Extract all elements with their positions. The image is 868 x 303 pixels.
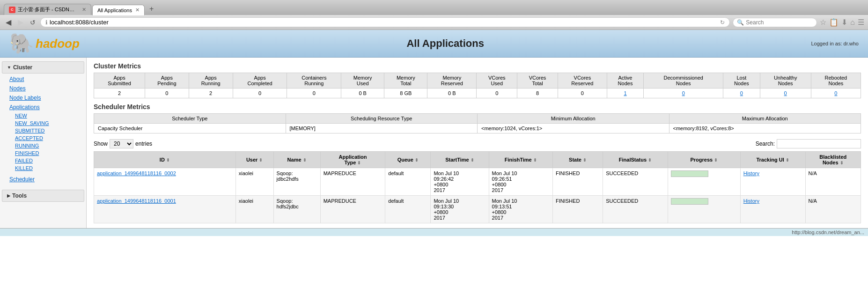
col-vcores-reserved: VCoresReserved	[558, 73, 607, 89]
sidebar-sub-running[interactable]: RUNNING	[0, 142, 86, 149]
cell-finish-time-2: Mon Jul 1009:13:51+08002017	[489, 196, 552, 223]
download-icon[interactable]: ⬇	[841, 18, 847, 27]
sidebar-sub-accepted[interactable]: ACCEPTED	[0, 134, 86, 142]
col-id[interactable]: ID ⇕	[94, 152, 236, 168]
col-finish-time[interactable]: FinishTime ⇕	[489, 152, 552, 168]
col-state[interactable]: State ⇕	[553, 152, 603, 168]
sidebar-item-applications[interactable]: Applications	[0, 103, 86, 112]
col-progress[interactable]: Progress ⇕	[668, 152, 740, 168]
sidebar-sub-new-saving[interactable]: NEW_SAVING	[0, 119, 86, 127]
new-tab-button[interactable]: +	[146, 3, 157, 15]
cluster-metrics-table: AppsSubmitted AppsPending AppsRunning Ap…	[94, 73, 861, 98]
cell-progress-2	[668, 196, 740, 223]
cell-app-type-2: MAPREDUCE	[320, 196, 385, 223]
forward-button[interactable]: ▶	[16, 17, 25, 28]
content-area: Cluster Metrics AppsSubmitted AppsPendin…	[87, 58, 868, 228]
close-icon-2[interactable]: ✕	[135, 7, 140, 13]
val-unhealthy-nodes[interactable]: 0	[760, 89, 811, 98]
cell-finish-time-1: Mon Jul 1009:26:51+08002017	[489, 168, 552, 196]
sort-icon: ⇕	[357, 161, 361, 165]
tools-label: Tools	[12, 192, 27, 199]
tab-favicon-csdn: C	[9, 7, 15, 13]
col-lost-nodes: LostNodes	[723, 73, 760, 89]
sidebar-section-tools: ▶ Tools	[0, 190, 86, 202]
url-input[interactable]	[50, 19, 718, 26]
close-icon[interactable]: ✕	[82, 7, 86, 13]
col-vcores-used: VCoresUsed	[477, 73, 517, 89]
apps-search-input[interactable]	[777, 139, 861, 148]
tools-section-header[interactable]: ▶ Tools	[2, 190, 84, 202]
cell-state-2: FINISHED	[553, 196, 603, 223]
sidebar-sub-failed[interactable]: FAILED	[0, 157, 86, 164]
val-active-nodes[interactable]: 1	[607, 89, 643, 98]
val-rebooted-nodes[interactable]: 0	[811, 89, 861, 98]
search-box[interactable]: 🔍	[733, 18, 817, 27]
tab-allapps[interactable]: All Applications ✕	[92, 5, 145, 15]
col-apps-pending: AppsPending	[145, 73, 189, 89]
val-apps-completed: 0	[233, 89, 287, 98]
apps-table: ID ⇕ User ⇕ Name ⇕ ApplicationType ⇕ Que…	[94, 151, 861, 223]
col-blacklisted[interactable]: BlacklistedNodes ⇕	[805, 152, 861, 168]
sidebar-sub-new[interactable]: NEW	[0, 112, 86, 119]
progress-bar	[671, 170, 708, 177]
val-lost-nodes[interactable]: 0	[723, 89, 760, 98]
cell-final-status-2: SUCCEEDED	[603, 196, 668, 223]
col-tracking-ui[interactable]: Tracking UI ⇕	[740, 152, 805, 168]
tab-csdn[interactable]: C 王小雷·多面手 - CSDN博... ✕	[4, 4, 91, 15]
col-app-type[interactable]: ApplicationType ⇕	[320, 152, 385, 168]
sidebar-sub-killed[interactable]: KILLED	[0, 164, 86, 172]
entries-select[interactable]: 20 50 100	[110, 139, 133, 148]
sort-icon: ⇕	[714, 158, 718, 163]
cluster-section-header[interactable]: ▼ Cluster	[2, 61, 84, 74]
sidebar-item-about[interactable]: About	[0, 74, 86, 84]
sidebar-item-scheduler[interactable]: Scheduler	[0, 175, 86, 184]
col-active-nodes: ActiveNodes	[607, 73, 643, 89]
home-icon[interactable]: ⌂	[850, 18, 855, 27]
sidebar-sub-finished[interactable]: FINISHED	[0, 149, 86, 157]
search-area: Search:	[756, 139, 861, 148]
address-bar[interactable]: ℹ ↻	[40, 17, 730, 27]
star-icon[interactable]: ☆	[820, 18, 826, 27]
cell-tracking-ui-1[interactable]: History	[740, 168, 805, 196]
cell-id-2[interactable]: application_1499648118116_0001	[94, 196, 236, 223]
bookmark-icon[interactable]: 📋	[829, 18, 839, 27]
cell-queue-2: default	[385, 196, 431, 223]
val-memory-total: 8 GB	[384, 89, 427, 98]
col-memory-used: MemoryUsed	[341, 73, 384, 89]
sort-icon: ⇕	[583, 158, 587, 163]
lock-icon: ℹ	[45, 19, 48, 26]
val-containers-running: 0	[287, 89, 341, 98]
cell-app-type-1: MAPREDUCE	[320, 168, 385, 196]
back-button[interactable]: ◀	[4, 17, 13, 28]
sched-col-resource-type: Scheduling Resource Type	[286, 114, 478, 124]
hadoop-logo-text: hadoop	[36, 37, 80, 51]
col-user[interactable]: User ⇕	[235, 152, 273, 168]
col-start-time[interactable]: StartTime ⇕	[431, 152, 489, 168]
cell-tracking-ui-2[interactable]: History	[740, 196, 805, 223]
cell-start-time-1: Mon Jul 1009:26:42+08002017	[431, 168, 489, 196]
search-label: Search:	[756, 140, 775, 147]
col-name[interactable]: Name ⇕	[273, 152, 320, 168]
elephant-icon: 🐘	[9, 34, 34, 53]
sidebar-item-node-labels[interactable]: Node Labels	[0, 93, 86, 103]
search-input[interactable]	[746, 19, 816, 26]
sort-icon: ⇕	[166, 158, 170, 163]
progress-fill	[671, 171, 708, 177]
cell-id-1[interactable]: application_1499648118116_0002	[94, 168, 236, 196]
reload-icon[interactable]: ↻	[720, 19, 725, 26]
cell-name-2: Sqoop:hdfs2jdbc	[273, 196, 320, 223]
refresh-button[interactable]: ↺	[28, 18, 37, 27]
sched-val-type: Capacity Scheduler	[94, 124, 286, 133]
sort-icon: ⇕	[259, 158, 263, 163]
menu-icon[interactable]: ☰	[858, 18, 864, 27]
sched-col-min-alloc: Minimum Allocation	[478, 114, 669, 124]
col-final-status[interactable]: FinalStatus ⇕	[603, 152, 668, 168]
col-containers-running: ContainersRunning	[287, 73, 341, 89]
arrow-right-icon: ▶	[7, 193, 10, 198]
col-queue[interactable]: Queue ⇕	[385, 152, 431, 168]
sched-val-min-alloc: <memory:1024, vCores:1>	[478, 124, 669, 133]
sidebar-item-nodes[interactable]: Nodes	[0, 84, 86, 93]
val-decommissioned-nodes[interactable]: 0	[644, 89, 723, 98]
sidebar-sub-submitted[interactable]: SUBMITTED	[0, 127, 86, 134]
tab-label-allapps: All Applications	[97, 7, 132, 13]
